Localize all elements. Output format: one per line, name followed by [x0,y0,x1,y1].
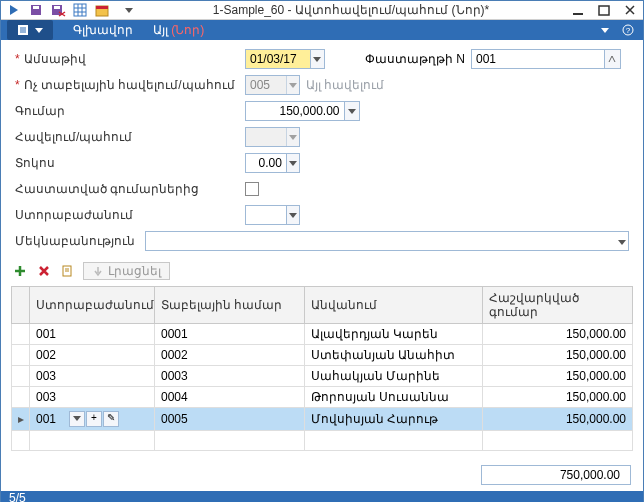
addhold-dd-icon [286,128,299,146]
qat-more-icon[interactable] [125,8,133,13]
table-row[interactable]: 0010001Ալավերդյան Կարեն150,000.00 [12,324,633,345]
svg-rect-3 [54,6,60,9]
col-name[interactable]: Անվանում [305,287,483,324]
table-row[interactable]: 0030004Թորոսյան Սուսաննա150,000.00 [12,387,633,408]
amount-input[interactable] [246,104,344,118]
save-close-icon[interactable] [49,1,67,19]
addhold-input [246,130,286,144]
add-row-button[interactable] [11,262,29,280]
dept-input[interactable] [246,208,286,222]
grid-header-row: Ստորաբաժանում Տաբելային համար Անվանում Հ… [12,287,633,324]
calendar-tool-icon[interactable] [93,1,111,19]
menu-page-icon [17,24,31,36]
grid-action-bar: Լրացնել [1,260,643,286]
data-grid[interactable]: Ստորաբաժանում Տաբելային համար Անվանում Հ… [1,286,643,451]
col-calc[interactable]: Հաշվարկված գումար [483,287,633,324]
nontab-dd-icon [286,76,299,94]
amount-label: Գումար [15,104,245,118]
table-row-selected[interactable]: ▸ + ✎ 0005 Մովսիսյան Հարութ 150,000.00 [12,408,633,431]
minimize-button[interactable] [569,1,587,19]
docnum-input[interactable] [472,52,604,66]
percent-input[interactable] [246,156,286,170]
row-indicator-icon: ▸ [12,408,30,431]
docnum-label: Փաստաթղթի N [365,52,465,66]
grid-tool-icon[interactable] [71,1,89,19]
dept-field[interactable] [245,205,300,225]
copy-row-button[interactable] [59,262,77,280]
nontab-field [245,75,300,95]
percent-field[interactable] [245,153,300,173]
date-picker-icon[interactable] [310,50,324,68]
status-bar: 5/5 [1,491,643,502]
date-label: *Ամսաթիվ [15,52,245,66]
amount-dd-icon[interactable] [344,102,359,120]
dept-cell-editor[interactable]: + ✎ [36,411,148,427]
nontab-label: *Ոչ տաբելային հավելում/պահում [15,78,245,92]
window-title: 1-Sample_60 - Ավտոհավելում/պահում (Նոր)* [133,3,569,17]
total-bar: 750,000.00 [1,459,643,491]
date-input[interactable] [246,52,310,66]
fill-down-icon [92,265,104,277]
approved-checkbox[interactable] [245,182,259,196]
col-dept[interactable]: Ստորաբաժանում [30,287,155,324]
dept-cell-input[interactable] [36,412,68,426]
close-button[interactable] [621,1,639,19]
app-window: 1-Sample_60 - Ավտոհավելում/պահում (Նոր)*… [0,0,644,502]
tab-main[interactable]: Գլխավոր [73,23,133,37]
dept-dd-icon[interactable] [286,206,299,224]
nontab-input [246,78,286,92]
amount-field[interactable] [245,101,360,121]
cell-edit-icon[interactable]: ✎ [103,411,119,427]
svg-rect-12 [599,6,609,15]
date-field[interactable] [245,49,325,69]
file-menu-button[interactable] [7,20,53,40]
table-row[interactable]: 0030003Սահակյան Մարինե150,000.00 [12,366,633,387]
percent-label: Տոկոս [15,156,245,170]
cell-dd-icon[interactable] [69,411,85,427]
svg-rect-1 [33,6,39,9]
save-icon[interactable] [27,1,45,19]
svg-rect-10 [96,6,108,9]
delete-row-button[interactable] [35,262,53,280]
comment-dd-icon[interactable] [618,234,626,248]
percent-dd-icon[interactable] [286,154,299,172]
form-area: *Ամսաթիվ Փաստաթղթի N *Ոչ տաբելային հավել… [1,40,643,260]
help-icon[interactable]: ? [619,21,637,39]
app-icon [5,1,23,19]
table-row[interactable]: 0020002Ստեփանյան Անահիտ150,000.00 [12,345,633,366]
total-value: 750,000.00 [481,465,631,485]
tab-other[interactable]: Այլ (Նոր) [153,23,204,37]
dept-label: Ստորաբաժանում [15,208,245,222]
svg-text:?: ? [626,26,631,35]
docnum-field[interactable] [471,49,621,69]
ribbon-bar: Գլխավոր Այլ (Նոր) ? [1,20,643,40]
docnum-lookup-icon[interactable] [604,50,620,68]
approved-label: Հաստատված գումարներից [15,182,245,196]
chevron-down-icon [35,28,43,33]
table-empty-row [12,431,633,451]
addhold-label: Հավելում/պահում [15,130,245,144]
col-tabnum[interactable]: Տաբելային համար [155,287,305,324]
addhold-field [245,127,300,147]
svg-rect-4 [74,4,86,16]
fill-button: Լրացնել [83,262,170,280]
comment-field[interactable] [145,231,629,251]
comment-label: Մեկնաբանություն [15,234,145,248]
nontab-hint: Այլ հավելում [306,78,384,92]
cell-add-icon[interactable]: + [86,411,102,427]
title-bar: 1-Sample_60 - Ավտոհավելում/պահում (Նոր)* [1,1,643,20]
row-counter: 5/5 [9,491,26,502]
ribbon-collapse-icon[interactable] [601,28,609,33]
maximize-button[interactable] [595,1,613,19]
